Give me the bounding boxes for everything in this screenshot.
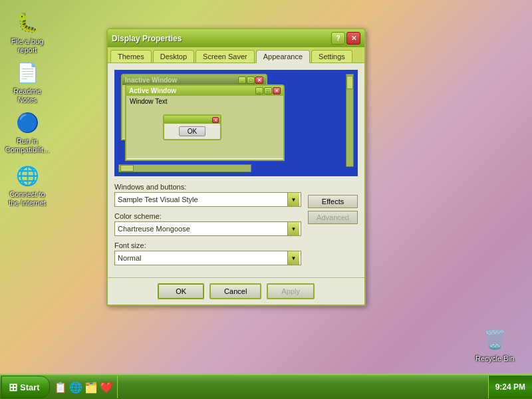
active-max-btn[interactable]: □: [264, 87, 272, 94]
quick-icon-2[interactable]: 🗂️: [84, 381, 98, 394]
file-bug-label: File a bug report: [6, 37, 49, 55]
mini-dialog-titlebar: ✕: [164, 116, 220, 124]
mini-dialog-close[interactable]: ✕: [212, 117, 219, 123]
form-area: Windows and buttons: Sample Test Visual …: [114, 183, 358, 271]
desktop-icon-recycle-bin[interactable]: 🗑️ Recycle Bin: [471, 324, 519, 366]
advanced-button[interactable]: Advanced: [308, 211, 358, 224]
windows-buttons-dropdown[interactable]: Sample Test Visual Style ▼: [114, 192, 301, 207]
ok-button[interactable]: OK: [158, 283, 204, 299]
windows-buttons-arrow[interactable]: ▼: [287, 193, 299, 206]
mini-dialog: ✕ OK: [163, 114, 221, 140]
form-col-left: Windows and buttons: Sample Test Visual …: [114, 183, 301, 271]
font-size-group: Font size: Normal ▼: [114, 241, 301, 265]
readme-label: Readme Notes: [6, 87, 49, 104]
quick-icon-3[interactable]: ❤️: [100, 381, 113, 394]
active-min-btn[interactable]: _: [255, 87, 263, 94]
connect-icon: 🌐: [14, 162, 41, 189]
inactive-max-btn[interactable]: □: [247, 76, 255, 84]
desktop-icon-file-bug[interactable]: 🐛 File a bug report: [3, 7, 51, 57]
quick-icon-1[interactable]: 🌐: [69, 381, 82, 394]
color-scheme-label: Color scheme:: [114, 212, 301, 220]
preview-scrollbar[interactable]: [346, 74, 354, 167]
font-size-value: Normal: [116, 254, 287, 262]
tab-settings[interactable]: Settings: [311, 50, 352, 63]
inactive-controls: _ □ ✕: [238, 76, 263, 84]
active-content: Window Text ✕ OK: [126, 96, 283, 158]
active-titlebar: Active Window _ □ ✕: [126, 86, 283, 96]
dialog-footer: OK Cancel Apply: [108, 277, 364, 305]
display-properties-dialog: Display Properties ? ✕ Themes Desktop Sc…: [106, 28, 366, 306]
mini-dialog-body: OK: [164, 124, 220, 139]
active-controls: _ □ ✕: [255, 87, 281, 94]
windows-buttons-value: Sample Test Visual Style: [116, 196, 287, 203]
inactive-close-btn[interactable]: ✕: [255, 76, 263, 84]
dialog-titlebar: Display Properties ? ✕: [108, 29, 364, 47]
dialog-content: Inactive Window _ □ ✕ Active Window _ □: [108, 63, 364, 277]
file-bug-icon: 🐛: [14, 9, 41, 36]
desktop-icon-connect[interactable]: 🌐 Connect to the Internet: [3, 160, 51, 210]
windows-buttons-label: Windows and buttons:: [114, 183, 301, 191]
color-scheme-dropdown[interactable]: Chartreuse Mongoose ▼: [114, 221, 301, 236]
taskbar: ⊞ Start 📋 🌐 🗂️ ❤️ 9:24 PM: [0, 374, 532, 399]
scrollbar-thumb: [346, 76, 353, 89]
font-size-dropdown[interactable]: Normal ▼: [114, 251, 301, 265]
windows-buttons-group: Windows and buttons: Sample Test Visual …: [114, 183, 301, 207]
tab-desktop[interactable]: Desktop: [153, 50, 194, 63]
readme-icon: 📄: [14, 59, 41, 86]
cancel-button[interactable]: Cancel: [209, 283, 261, 299]
active-window: Active Window _ □ ✕ Window Text ✕: [125, 84, 285, 161]
quick-icon-0[interactable]: 📋: [54, 381, 67, 394]
hscrollbar-thumb: [120, 165, 134, 172]
start-label: Start: [20, 382, 40, 392]
font-size-arrow[interactable]: ▼: [287, 251, 299, 265]
windows-logo-icon: ⊞: [9, 381, 17, 394]
run-compat-label: Run in Compatibilit...: [5, 137, 50, 154]
preview-area: Inactive Window _ □ ✕ Active Window _ □: [114, 70, 358, 176]
form-row-main: Windows and buttons: Sample Test Visual …: [114, 183, 358, 271]
desktop-icon-run-compat[interactable]: 🔵 Run in Compatibilit...: [3, 106, 51, 157]
apply-button[interactable]: Apply: [267, 283, 315, 299]
inactive-min-btn[interactable]: _: [238, 76, 246, 84]
dialog-title: Display Properties: [112, 34, 182, 43]
close-button[interactable]: ✕: [346, 32, 360, 45]
start-button[interactable]: ⊞ Start: [1, 376, 50, 398]
tab-themes[interactable]: Themes: [110, 50, 152, 63]
mini-ok-button[interactable]: OK: [179, 126, 205, 136]
inactive-titlebar: Inactive Window _ □ ✕: [122, 75, 266, 85]
connect-label: Connect to the Internet: [6, 190, 49, 207]
recycle-bin-label: Recycle Bin: [475, 354, 514, 363]
preview-hscrollbar[interactable]: [118, 164, 251, 172]
effects-button[interactable]: Effects: [308, 195, 358, 208]
desktop-icon-readme[interactable]: 📄 Readme Notes: [3, 57, 51, 107]
help-button[interactable]: ?: [331, 32, 345, 45]
taskbar-tray: 9:24 PM: [488, 376, 532, 398]
font-size-label: Font size:: [114, 241, 301, 249]
color-scheme-group: Color scheme: Chartreuse Mongoose ▼: [114, 212, 301, 236]
color-scheme-arrow[interactable]: ▼: [287, 222, 299, 235]
clock: 9:24 PM: [495, 382, 525, 392]
active-close-btn[interactable]: ✕: [273, 87, 281, 94]
taskbar-quick-launch: 📋 🌐 🗂️ ❤️: [50, 376, 118, 398]
dialog-tabs: Themes Desktop Screen Saver Appearance S…: [108, 47, 364, 63]
tab-screensaver[interactable]: Screen Saver: [196, 50, 255, 63]
run-compat-icon: 🔵: [14, 109, 41, 136]
color-scheme-value: Chartreuse Mongoose: [116, 225, 287, 233]
recycle-bin-icon: 🗑️: [481, 327, 508, 353]
tab-appearance[interactable]: Appearance: [256, 50, 310, 63]
titlebar-controls: ? ✕: [331, 32, 360, 45]
form-col-right: Effects Advanced: [308, 183, 358, 224]
